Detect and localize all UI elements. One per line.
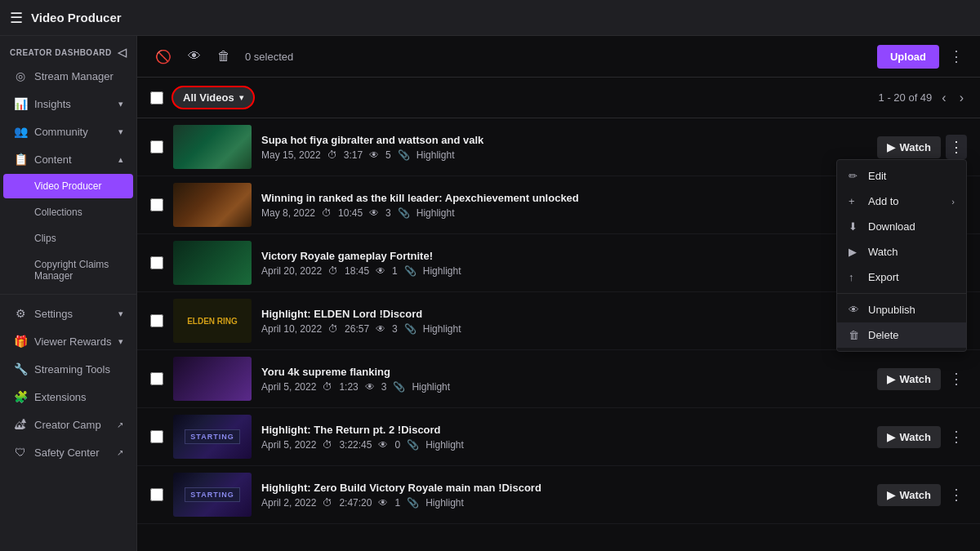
download-label: Download [868, 220, 915, 233]
video-thumbnail: STARTING [173, 415, 252, 459]
video-info: Supa hot fiya gibralter and wattson and … [261, 134, 867, 161]
all-videos-dropdown[interactable]: All Videos ▾ [172, 86, 255, 109]
upload-button[interactable]: Upload [877, 45, 939, 69]
video-checkbox[interactable] [150, 198, 163, 211]
pagination-text: 1 - 20 of 49 [879, 91, 933, 104]
video-actions: ▶ Watch ⋮ [877, 482, 967, 507]
toolbar-more-button[interactable]: ⋮ [946, 44, 967, 69]
clip-icon: 📎 [407, 439, 419, 451]
menu-icon[interactable]: ☰ [10, 9, 23, 27]
video-views: 1 [392, 265, 398, 277]
pagination-prev-button[interactable]: ‹ [938, 89, 949, 107]
context-menu-watch[interactable]: ▶ Watch [837, 239, 966, 264]
sidebar-item-viewer-rewards[interactable]: 🎁 Viewer Rewards ▾ [3, 328, 133, 354]
sidebar-item-streaming-tools[interactable]: 🔧 Streaming Tools [3, 356, 133, 382]
video-checkbox[interactable] [150, 488, 163, 501]
video-row: STARTING Highlight: Zero Build Victory R… [137, 466, 980, 524]
video-title: Supa hot fiya gibralter and wattson and … [261, 134, 867, 146]
more-options-button[interactable]: ⋮ [946, 135, 967, 159]
eye-icon: 👁 [376, 265, 385, 277]
context-menu-delete[interactable]: 🗑 Delete [837, 322, 966, 348]
pagination-next-button[interactable]: › [956, 89, 967, 107]
select-all-checkbox[interactable] [150, 91, 163, 104]
video-duration: 10:45 [338, 207, 363, 219]
sidebar-item-collections[interactable]: Collections [3, 200, 133, 224]
video-date: April 2, 2022 [261, 497, 316, 509]
video-row: Supa hot fiya gibralter and wattson and … [137, 118, 980, 176]
context-menu-download[interactable]: ⬇ Download [837, 214, 966, 239]
video-checkbox[interactable] [150, 314, 163, 327]
sidebar-item-safety-center[interactable]: 🛡 Safety Center ↗ [3, 439, 133, 465]
video-type: Highlight [425, 497, 464, 509]
watch-label: Watch [899, 373, 931, 385]
sidebar-item-stream-manager[interactable]: ◎ Stream Manager [3, 63, 133, 89]
watch-button[interactable]: ▶ Watch [877, 368, 941, 390]
unlist-button[interactable]: 🚫 [150, 46, 176, 68]
video-duration: 3:22:45 [339, 439, 372, 451]
video-type: Highlight [425, 439, 464, 451]
video-actions: ▶ Watch ⋮ [877, 135, 967, 159]
video-title: Highlight: Zero Build Victory Royale mai… [261, 482, 867, 494]
sidebar-item-extensions[interactable]: 🧩 Extensions [3, 384, 133, 410]
video-checkbox[interactable] [150, 140, 163, 153]
video-title: Highlight: The Return pt. 2 !Discord [261, 424, 867, 436]
stream-manager-icon: ◎ [13, 69, 28, 82]
video-views: 3 [385, 207, 391, 219]
watch-ctx-label: Watch [868, 246, 898, 258]
export-label: Export [868, 271, 899, 283]
clock-icon: ⏱ [323, 497, 332, 509]
context-menu-add-to[interactable]: + Add to › [837, 189, 966, 214]
clock-icon: ⏱ [322, 207, 332, 219]
video-thumbnail: ELDEN RING [173, 299, 252, 343]
creator-camp-external-icon: ↗ [117, 420, 123, 429]
watch-button[interactable]: ▶ Watch [877, 426, 941, 448]
context-menu-unpublish[interactable]: 👁 Unpublish [837, 297, 966, 322]
dropdown-label: All Videos [183, 91, 234, 104]
sidebar-item-clips[interactable]: Clips [3, 226, 133, 251]
sidebar-item-creator-camp[interactable]: 🏕 Creator Camp ↗ [3, 411, 133, 438]
more-options-button[interactable]: ⋮ [946, 482, 967, 507]
watch-button[interactable]: ▶ Watch [877, 484, 941, 506]
watch-button[interactable]: ▶ Watch [877, 136, 941, 158]
publish-button[interactable]: 👁 [183, 46, 206, 67]
sidebar-item-settings[interactable]: ⚙ Settings ▾ [3, 300, 133, 327]
more-options-button[interactable]: ⋮ [946, 424, 967, 449]
viewer-rewards-icon: 🎁 [13, 335, 28, 348]
video-checkbox[interactable] [150, 372, 163, 385]
sidebar-item-community[interactable]: 👥 Community ▾ [3, 118, 133, 144]
eye-icon: 👁 [365, 381, 375, 393]
clock-icon: ⏱ [328, 323, 338, 335]
video-type: Highlight [423, 265, 461, 277]
clock-icon: ⏱ [327, 149, 337, 161]
video-duration: 2:47:20 [339, 497, 372, 509]
context-menu-edit[interactable]: ✏ Edit [837, 163, 966, 189]
video-list: Supa hot fiya gibralter and wattson and … [137, 118, 980, 551]
safety-center-icon: 🛡 [13, 446, 28, 459]
sidebar-collapse-icon[interactable]: ◁ [118, 46, 127, 59]
sidebar-item-content[interactable]: 📋 Content ▴ [3, 146, 133, 172]
video-info: Highlight: Zero Build Victory Royale mai… [261, 482, 867, 509]
settings-icon: ⚙ [13, 307, 28, 320]
watch-play-icon: ▶ [887, 489, 895, 501]
video-checkbox[interactable] [150, 430, 163, 443]
video-duration: 3:17 [344, 149, 363, 161]
more-options-button[interactable]: ⋮ [946, 367, 967, 391]
export-icon: ↑ [849, 271, 862, 283]
video-date: May 8, 2022 [261, 207, 315, 219]
watch-label: Watch [899, 141, 931, 153]
video-thumbnail: STARTING [173, 473, 252, 517]
delete-button[interactable]: 🗑 [212, 46, 235, 67]
sidebar-item-video-producer[interactable]: Video Producer [3, 174, 133, 198]
video-checkbox[interactable] [150, 256, 163, 269]
video-date: May 15, 2022 [261, 149, 321, 161]
content-icon: 📋 [13, 153, 28, 166]
sidebar-item-insights[interactable]: 📊 Insights ▾ [3, 91, 133, 117]
edit-label: Edit [868, 170, 886, 182]
video-info: Yoru 4k supreme flanking April 5, 2022 ⏱… [261, 366, 867, 393]
video-views: 3 [392, 323, 398, 335]
video-type: Highlight [423, 323, 461, 335]
sidebar-item-copyright[interactable]: Copyright Claims Manager [3, 252, 133, 288]
watch-icon: ▶ [849, 246, 862, 258]
context-menu-export[interactable]: ↑ Export [837, 264, 966, 290]
clock-icon: ⏱ [323, 381, 332, 393]
